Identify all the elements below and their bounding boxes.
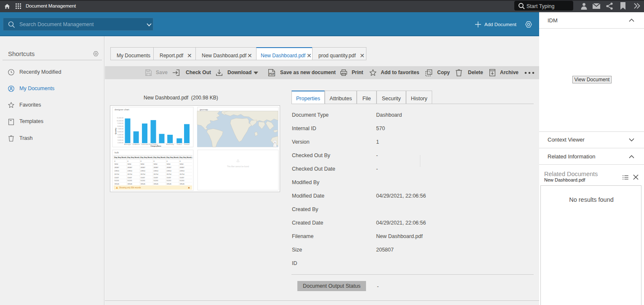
svg-text:Day Seq Numb...: Day Seq Numb... (167, 156, 180, 158)
svg-text:designer chart: designer chart (115, 108, 129, 111)
svg-text:Day Seq Numb...: Day Seq Numb... (180, 156, 193, 158)
svg-text:11457: 11457 (128, 177, 133, 179)
svg-text:51201: 51201 (128, 179, 133, 182)
svg-text:22814: 22814 (128, 170, 133, 172)
svg-text:CategoryName: CategoryName (150, 145, 161, 147)
svg-text:51201: 51201 (154, 179, 159, 182)
svg-text:35754: 35754 (128, 173, 133, 175)
svg-text:18546: 18546 (115, 183, 120, 185)
svg-text:51201: 51201 (141, 179, 146, 182)
svg-text:3,000.00: 3,000.00 (118, 139, 123, 141)
svg-text:28387: 28387 (154, 166, 159, 169)
svg-text:PDF: PDF (269, 72, 275, 75)
svg-text:11457: 11457 (154, 177, 159, 179)
svg-text:Day Seq Numb...: Day Seq Numb... (141, 156, 154, 158)
svg-text:10,000.00: 10,000.00 (117, 120, 123, 122)
svg-text:Produce: Produce (177, 144, 182, 145)
svg-text:Meat/Poultry: Meat/Poultry (166, 144, 174, 145)
svg-text:6,000.00: 6,000.00 (118, 131, 123, 133)
svg-text:Day Seq Numb...: Day Seq Numb... (115, 156, 128, 158)
svg-text:5,000.00: 5,000.00 (118, 134, 123, 136)
svg-text:22814: 22814 (167, 170, 172, 172)
svg-text:11457: 11457 (180, 177, 185, 179)
svg-text:51201: 51201 (115, 179, 120, 182)
svg-text:Beverages: Beverages (124, 144, 131, 145)
svg-text:51201: 51201 (167, 179, 172, 182)
svg-text:35754: 35754 (115, 173, 120, 175)
svg-text:22814: 22814 (180, 170, 185, 172)
svg-text:7,000.00: 7,000.00 (118, 128, 123, 130)
svg-text:5834: 5834 (180, 163, 184, 165)
svg-text:This filter cannot be found: This filter cannot be found (227, 166, 249, 168)
svg-text:11,000.00: 11,000.00 (117, 117, 123, 119)
svg-text:35754: 35754 (180, 173, 185, 175)
svg-text:5834: 5834 (128, 163, 132, 165)
svg-text:9,000.00: 9,000.00 (118, 123, 123, 124)
svg-text:51201: 51201 (180, 179, 185, 182)
svg-text:28387: 28387 (141, 166, 146, 169)
svg-text:2,000.00: 2,000.00 (118, 142, 123, 144)
svg-text:22814: 22814 (154, 170, 159, 172)
svg-text:22814: 22814 (115, 170, 120, 172)
svg-text:4,000.00: 4,000.00 (118, 136, 123, 138)
svg-text:22814: 22814 (141, 170, 146, 172)
svg-text:11457: 11457 (141, 177, 146, 179)
svg-text:28387: 28387 (128, 166, 133, 169)
svg-text:Showing only 50k records: Showing only 50k records (119, 187, 141, 189)
svg-text:28387: 28387 (115, 166, 120, 169)
svg-text:28387: 28387 (180, 166, 185, 169)
svg-text:8,000.00: 8,000.00 (118, 126, 123, 127)
svg-text:18546: 18546 (180, 183, 185, 185)
svg-text:18546: 18546 (128, 183, 133, 185)
svg-text:18546: 18546 (141, 183, 146, 185)
svg-text:bulk: bulk (115, 151, 119, 154)
svg-text:geomap: geomap (200, 108, 208, 111)
svg-text:Dairy Products: Dairy Products (149, 144, 158, 145)
svg-text:Condiments: Condiments (132, 144, 140, 145)
svg-text:35754: 35754 (154, 173, 159, 175)
svg-text:35754: 35754 (141, 173, 146, 175)
svg-text:18546: 18546 (167, 183, 172, 185)
svg-text:28387: 28387 (167, 166, 172, 169)
svg-text:Day Seq Numb...: Day Seq Numb... (154, 156, 167, 158)
svg-text:5834: 5834 (167, 163, 171, 165)
svg-text:5834: 5834 (115, 163, 119, 165)
svg-text:Quantity: Quantity (115, 127, 117, 134)
svg-text:+: + (274, 141, 276, 143)
svg-text:5834: 5834 (141, 163, 145, 165)
svg-text:18546: 18546 (154, 183, 159, 185)
svg-text:Day Seq Numb...: Day Seq Numb... (128, 156, 141, 158)
svg-text:11457: 11457 (167, 177, 172, 179)
svg-text:−: − (274, 144, 276, 147)
svg-text:11457: 11457 (115, 177, 120, 179)
svg-text:Confections: Confections (141, 144, 149, 145)
svg-text:35754: 35754 (167, 173, 172, 175)
svg-text:Seafood: Seafood (184, 144, 189, 145)
svg-text:5834: 5834 (154, 163, 158, 165)
svg-text:✕: ✕ (188, 187, 190, 189)
